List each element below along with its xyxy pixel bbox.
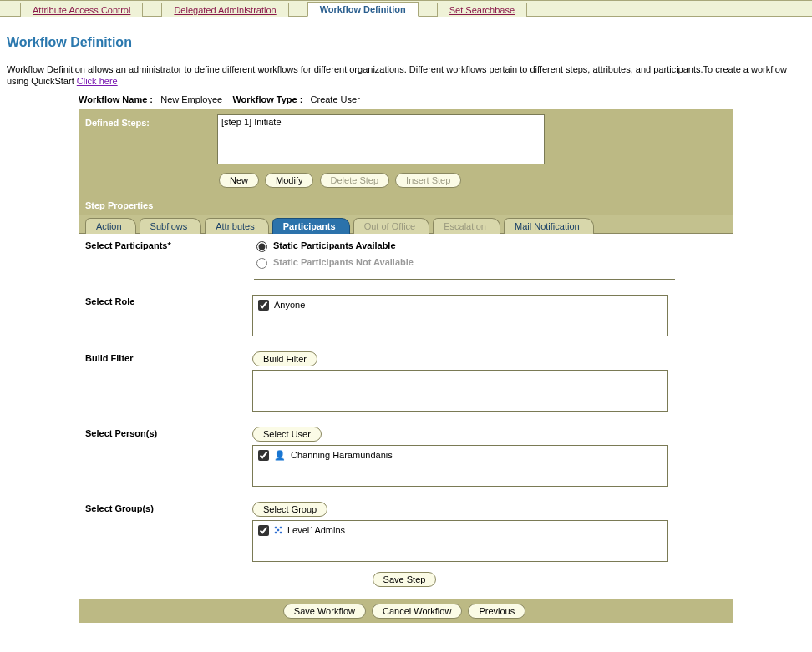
radio-static-available-label: Static Participants Available (273, 240, 396, 250)
select-role-label: Select Role (85, 295, 252, 336)
person-checkbox[interactable] (258, 450, 269, 461)
group-checkbox[interactable] (258, 525, 269, 536)
role-item[interactable]: Anyone (258, 299, 662, 311)
subtab-mail-notification[interactable]: Mail Notification (504, 218, 594, 234)
modify-button[interactable]: Modify (265, 173, 313, 188)
save-workflow-button[interactable]: Save Workflow (283, 604, 366, 619)
page-title: Workflow Definition (7, 35, 805, 50)
build-filter-label: Build Filter (85, 351, 252, 412)
workflow-meta: Workflow Name : New Employee Workflow Ty… (7, 88, 805, 109)
person-icon: 👤 (274, 450, 286, 461)
role-anyone-checkbox[interactable] (258, 300, 269, 311)
subtab-escalation: Escalation (433, 218, 500, 234)
radio-static-not-available[interactable] (256, 258, 267, 269)
step-properties-header: Step Properties (79, 195, 733, 215)
step-properties-tabs: Action Subflows Attributes Participants … (79, 215, 733, 234)
group-list[interactable]: Level1Admins (252, 520, 668, 562)
person-list[interactable]: 👤 Channing Haramundanis (252, 445, 668, 487)
select-participants-label: Select Participants* (85, 239, 252, 272)
tab-workflow-definition[interactable]: Workflow Definition (307, 2, 419, 17)
new-button[interactable]: New (219, 173, 259, 188)
quickstart-link[interactable]: Click here (77, 76, 118, 86)
select-persons-label: Select Person(s) (85, 427, 252, 487)
top-tab-bar: Attribute Access Control Delegated Admin… (0, 0, 812, 17)
radio-static-not-available-label: Static Participants Not Available (273, 257, 414, 267)
group-icon (274, 526, 282, 534)
defined-steps-label: Defined Steps: (84, 114, 217, 164)
role-list[interactable]: Anyone (252, 295, 668, 336)
group-item[interactable]: Level1Admins (258, 524, 662, 537)
radio-static-available[interactable] (256, 241, 267, 252)
tab-delegated-admin[interactable]: Delegated Administration (161, 3, 288, 17)
build-filter-button[interactable]: Build Filter (252, 351, 317, 366)
tab-attribute-access[interactable]: Attribute Access Control (20, 3, 143, 17)
step-item[interactable]: [step 1] Initiate (221, 117, 540, 127)
subtab-attributes[interactable]: Attributes (205, 218, 268, 234)
insert-step-button: Insert Step (395, 173, 461, 188)
subtab-action[interactable]: Action (85, 218, 136, 234)
save-step-button[interactable]: Save Step (373, 572, 437, 587)
subtab-participants[interactable]: Participants (272, 218, 350, 234)
select-group-button[interactable]: Select Group (252, 502, 327, 517)
defined-steps-list[interactable]: [step 1] Initiate (217, 114, 545, 164)
previous-button[interactable]: Previous (468, 604, 525, 619)
cancel-workflow-button[interactable]: Cancel Workflow (372, 604, 462, 619)
select-groups-label: Select Group(s) (85, 502, 252, 562)
person-item[interactable]: 👤 Channing Haramundanis (258, 449, 662, 462)
subtab-out-of-office: Out of Office (353, 218, 430, 234)
filter-list[interactable] (252, 370, 668, 412)
select-user-button[interactable]: Select User (252, 427, 322, 442)
delete-step-button: Delete Step (320, 173, 389, 188)
intro-text: Workflow Definition allows an administra… (7, 63, 805, 88)
subtab-subflows[interactable]: Subflows (140, 218, 202, 234)
tab-set-searchbase[interactable]: Set Searchbase (437, 3, 527, 17)
